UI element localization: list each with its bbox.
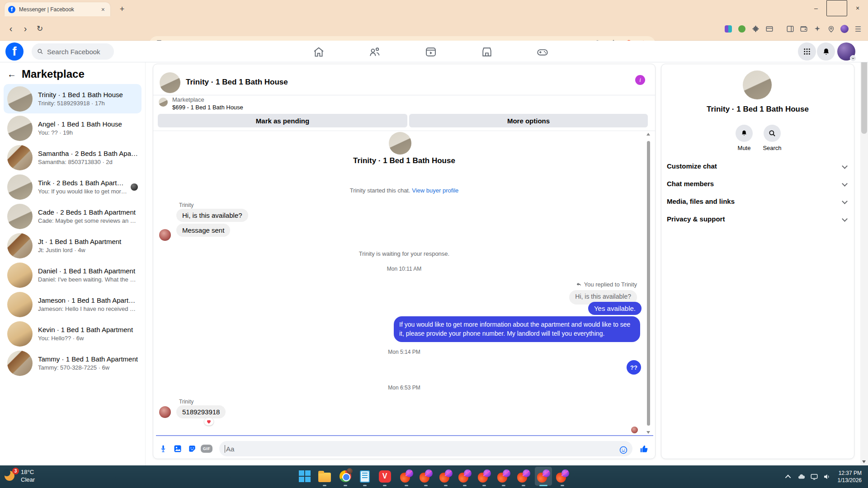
payment-card-icon[interactable] [764, 24, 774, 34]
seen-avatar-badge [131, 183, 138, 191]
message-input[interactable]: Aa [219, 441, 632, 456]
section-media-files-links[interactable]: Media, files and links [667, 192, 849, 210]
facebook-logo[interactable]: f [5, 42, 24, 61]
mute-button[interactable] [736, 125, 753, 142]
flame-app-icon[interactable] [477, 469, 491, 483]
flame-app-icon[interactable] [399, 469, 414, 483]
sender-avatar[interactable] [159, 406, 171, 418]
attach-image-icon[interactable] [171, 442, 184, 455]
back-button[interactable]: ‹ [5, 22, 17, 35]
incoming-message-bubble[interactable]: Hi, is this available? [176, 209, 248, 222]
section-privacy-support[interactable]: Privacy & support [667, 210, 849, 227]
window-maximize-button[interactable] [826, 0, 847, 16]
apps-menu-button[interactable] [798, 42, 816, 61]
conversation-item-angel[interactable]: Angel · 1 Bed 1 Bath HouseYou: ?? · 19h [4, 113, 142, 143]
listing-avatar [7, 263, 33, 288]
vivaldi-icon[interactable]: V [377, 469, 392, 483]
sidebar-toggle-icon[interactable] [785, 24, 795, 34]
more-options-button[interactable]: More options [409, 114, 648, 127]
home-tab-icon[interactable] [312, 46, 325, 58]
taskbar-clock[interactable]: 12:37 PM 1/13/2026 [838, 469, 862, 484]
ai-sparkle-icon[interactable] [812, 24, 822, 34]
outgoing-message-bubble[interactable]: Yes available. [588, 302, 642, 315]
forward-button[interactable]: › [19, 22, 32, 35]
incoming-message-bubble[interactable]: 5189293918 [176, 405, 226, 418]
reload-button[interactable]: ↻ [33, 22, 46, 35]
conversation-item-tammy[interactable]: Tammy · 1 Bed 1 Bath ApartmentTammy: 570… [4, 348, 142, 378]
flame-app-icon[interactable] [439, 469, 453, 483]
window-minimize-button[interactable]: – [806, 0, 826, 16]
scroll-up-arrow[interactable] [646, 133, 650, 136]
section-customize-chat[interactable]: Customize chat [667, 157, 849, 174]
browser-menu-icon[interactable]: ☰ [853, 24, 863, 34]
wallet-icon[interactable] [799, 24, 809, 34]
scrollbar-thumb[interactable] [647, 141, 650, 426]
flame-app-icon[interactable] [458, 469, 472, 483]
tab-close-icon[interactable]: × [99, 6, 107, 13]
view-buyer-profile-link[interactable]: View buyer profile [412, 187, 458, 194]
conversation-item-jt[interactable]: Jt · 1 Bed 1 Bath ApartmentJt: Justin lo… [4, 231, 142, 260]
mark-as-pending-button[interactable]: Mark as pending [158, 114, 407, 127]
conversation-item-jameson[interactable]: Jameson · 1 Bed 1 Bath ApartmentJameson:… [4, 290, 142, 319]
conversation-item-kevin[interactable]: Kevin · 1 Bed 1 Bath ApartmentYou: Hello… [4, 319, 142, 348]
sticker-icon[interactable] [186, 442, 198, 455]
extension-colored-icon[interactable] [723, 24, 733, 34]
watch-tab-icon[interactable] [425, 46, 437, 58]
conversation-item-tink[interactable]: Tink · 2 Beds 1 Bath ApartmentYou: If yo… [4, 172, 142, 202]
flame-app-icon-active[interactable] [536, 469, 551, 483]
flame-app-icon[interactable] [555, 469, 570, 483]
window-close-button[interactable]: × [847, 0, 868, 16]
facebook-search-input[interactable]: Search Facebook [32, 43, 114, 60]
listing-avatar [7, 351, 33, 376]
tray-display-icon[interactable] [808, 470, 821, 483]
account-avatar[interactable] [837, 42, 855, 61]
notepad-icon[interactable] [358, 469, 372, 483]
location-pin-icon[interactable] [826, 24, 836, 34]
gif-icon[interactable]: GIF [200, 442, 213, 455]
thumbs-up-icon[interactable] [638, 442, 651, 455]
marketplace-tab-icon[interactable] [481, 46, 493, 58]
new-tab-button[interactable]: + [116, 3, 128, 15]
chat-scrollbar[interactable] [646, 132, 651, 435]
file-explorer-icon[interactable] [317, 469, 332, 483]
scroll-down-arrow[interactable] [862, 460, 866, 463]
weather-condition: Clear [21, 476, 35, 483]
conversation-preview: Samantha: 8503713830 · 2d [38, 159, 138, 165]
browser-tab[interactable]: f Messenger | Facebook × [5, 2, 110, 16]
conversation-item-trinity[interactable]: Trinity · 1 Bed 1 Bath HouseTrinity: 518… [4, 84, 142, 113]
page-scrollbar[interactable] [860, 41, 868, 465]
scroll-down-arrow[interactable] [646, 431, 650, 434]
weather-widget[interactable]: 3 18°C Clear [5, 468, 35, 483]
flame-app-icon[interactable] [419, 469, 433, 483]
incoming-message-bubble[interactable]: Message sent [176, 224, 230, 237]
chrome-icon[interactable] [338, 469, 353, 483]
friends-tab-icon[interactable] [368, 46, 381, 58]
tray-expand-icon[interactable] [783, 470, 795, 483]
chat-header-avatar[interactable] [160, 72, 180, 93]
extension-green-icon[interactable] [737, 24, 747, 34]
volume-icon[interactable] [821, 470, 833, 483]
profile-avatar-icon[interactable] [840, 24, 849, 34]
chat-intro-avatar[interactable] [389, 132, 411, 155]
gaming-tab-icon[interactable] [536, 46, 549, 58]
conversation-item-cade[interactable]: Cade · 2 Beds 1 Bath ApartmentCade: Mayb… [4, 202, 142, 231]
tray-cloud-icon[interactable] [795, 470, 808, 483]
chat-info-button[interactable]: i [635, 75, 645, 85]
notifications-button[interactable] [817, 42, 835, 61]
conversation-item-samantha[interactable]: Samantha · 2 Beds 1 Bath ApartmentSamant… [4, 143, 142, 172]
flame-app-icon[interactable] [516, 469, 531, 483]
heart-reaction-badge[interactable] [204, 418, 214, 426]
section-chat-members[interactable]: Chat members [667, 175, 849, 192]
emoji-icon[interactable] [617, 444, 630, 456]
conversation-item-daniel[interactable]: Daniel · 1 Bed 1 Bath ApartmentDaniel: I… [4, 260, 142, 290]
start-button[interactable] [297, 469, 312, 483]
extensions-puzzle-icon[interactable] [750, 24, 760, 34]
outgoing-message-bubble[interactable]: If you would like to get more informatio… [394, 316, 640, 342]
search-chat-button[interactable] [764, 125, 781, 142]
details-avatar[interactable] [743, 70, 772, 99]
voice-clip-icon[interactable] [157, 442, 170, 455]
back-arrow-icon[interactable]: ← [7, 69, 20, 80]
outgoing-message-bubble[interactable]: ?? [627, 360, 641, 375]
sender-avatar[interactable] [159, 229, 171, 241]
flame-app-icon[interactable] [496, 469, 511, 483]
